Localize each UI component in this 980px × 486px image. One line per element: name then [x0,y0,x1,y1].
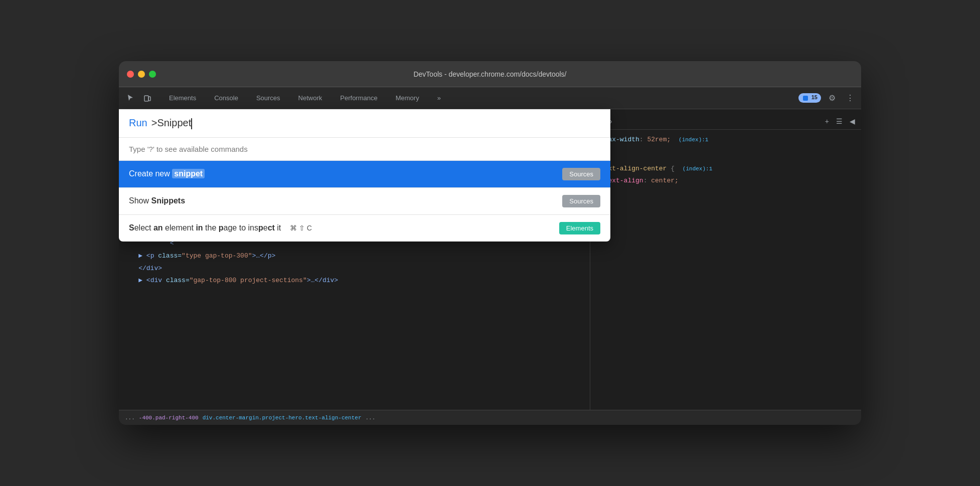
close-button[interactable] [127,71,134,78]
tab-console[interactable]: Console [206,91,246,105]
sources-badge-2: Sources [562,195,600,207]
add-rule-icon[interactable]: + [823,115,831,127]
notification-badge: 15 [798,93,821,102]
command-input[interactable]: >Snippet [151,117,193,129]
settings-icon[interactable]: ⚙ [825,91,839,105]
breadcrumb-item[interactable]: div.center-margin.project-hero.text-alig… [203,415,362,421]
css-rule: text-align: center; [590,175,861,187]
html-line: ▶ <p class="type gap-top-300">…</p> [119,250,590,263]
title-bar: DevTools - developer.chrome.com/docs/dev… [119,61,861,87]
svg-rect-1 [148,97,150,101]
window-title: DevTools - developer.chrome.com/docs/dev… [413,70,566,78]
right-panel: ut » + ☰ ◀ max-width: 52rem; (index):1 } [590,109,861,410]
tab-overflow[interactable]: » [429,91,449,105]
html-line: </div> [119,263,590,275]
css-rule: } [590,146,861,159]
toolbar-icons [123,91,155,106]
keyboard-shortcut: ⌘ ⇧ C [290,224,312,232]
tab-network[interactable]: Network [290,91,331,105]
tab-elements[interactable]: Elements [161,91,204,105]
toggle-sidebar-icon[interactable]: ◀ [848,115,857,127]
breadcrumb-bar: ... -400.pad-right-400 div.center-margin… [119,410,861,425]
breadcrumb-item[interactable]: -400.pad-right-400 [139,415,199,421]
maximize-button[interactable] [149,71,156,78]
svg-rect-0 [144,96,148,101]
css-rule: .text-align-center { (index):1 [590,163,861,175]
run-label: Run [129,117,147,129]
breadcrumb-item[interactable]: ... [125,415,135,421]
command-item-text: Create new snippet [129,169,205,178]
traffic-lights [127,71,156,78]
breadcrumb-item[interactable]: ... [366,415,376,421]
tab-bar-right: 15 ⚙ ⋮ [798,91,857,105]
sources-badge-1: Sources [562,168,600,180]
command-palette: Run >Snippet Type '?' to see available c… [119,109,610,241]
command-hint: Type '?' to see available commands [119,138,610,161]
tab-sources[interactable]: Sources [248,91,288,105]
device-icon[interactable] [140,91,155,106]
content-wrapper: score banner… ▶ <div …> etween p-300 ▼ <… [119,109,861,410]
command-item-show-snippets[interactable]: Show Snippets Sources [119,188,610,215]
more-options-icon[interactable]: ⋮ [843,91,857,105]
command-input-area: Run >Snippet [119,109,610,138]
tab-memory[interactable]: Memory [388,91,427,105]
devtools-window: DevTools - developer.chrome.com/docs/dev… [119,61,861,425]
minimize-button[interactable] [138,71,145,78]
tab-performance[interactable]: Performance [332,91,385,105]
cursor-icon[interactable] [123,91,138,106]
tab-bar: Elements Console Sources Network Perform… [119,87,861,109]
command-item-create-snippet[interactable]: Create new snippet Sources [119,161,610,188]
css-rule: } [590,187,861,200]
refresh-icon[interactable]: ☰ [834,115,845,127]
elements-badge: Elements [559,222,600,234]
command-item-select-element[interactable]: Select an element in the page to inspect… [119,215,610,241]
command-item-text: Select an element in the page to inspect… [129,223,312,232]
command-item-text: Show Snippets [129,196,185,205]
right-panel-toolbar: ut » + ☰ ◀ [590,113,861,130]
html-line: ▶ <div class="gap-top-800 project-sectio… [119,275,590,287]
css-rule: max-width: 52rem; (index):1 [590,134,861,146]
svg-rect-2 [803,96,808,101]
